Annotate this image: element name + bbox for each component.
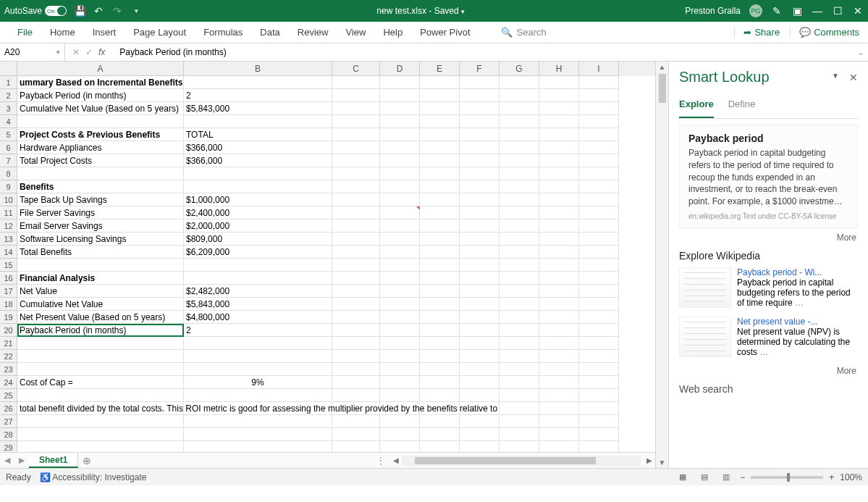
cell[interactable] <box>579 272 619 285</box>
col-header-C[interactable]: C <box>332 62 380 76</box>
cell[interactable]: $5,843,000 <box>184 298 332 311</box>
cell[interactable]: Project Costs & Previous Benefits <box>17 128 184 141</box>
cell[interactable] <box>460 415 500 428</box>
ribbon-tab-home[interactable]: Home <box>41 27 84 38</box>
tab-split-icon[interactable]: ⋮ <box>371 455 390 467</box>
cell[interactable] <box>420 219 460 233</box>
cell[interactable] <box>539 141 579 154</box>
row-header[interactable]: 24 <box>0 376 17 389</box>
cell[interactable] <box>17 337 184 350</box>
cell[interactable] <box>579 141 619 154</box>
cell[interactable] <box>380 167 420 180</box>
cell[interactable] <box>539 441 579 452</box>
row-header[interactable]: 22 <box>0 350 17 363</box>
row-header[interactable]: 8 <box>0 167 17 180</box>
cell[interactable] <box>579 246 619 259</box>
row-header[interactable]: 1 <box>0 76 17 89</box>
cell[interactable] <box>332 350 380 363</box>
cell[interactable] <box>420 89 460 102</box>
cell[interactable] <box>579 219 619 233</box>
cell[interactable] <box>420 363 460 376</box>
cell[interactable] <box>539 324 579 337</box>
chevron-down-icon[interactable]: ▾ <box>56 49 60 56</box>
cell[interactable] <box>380 128 420 141</box>
row-header[interactable]: 4 <box>0 115 17 128</box>
cell[interactable] <box>539 167 579 180</box>
save-icon[interactable]: 💾 <box>74 5 85 17</box>
cell[interactable] <box>420 298 460 311</box>
cell[interactable] <box>500 363 539 376</box>
cell[interactable] <box>539 272 579 285</box>
cell[interactable] <box>460 428 500 441</box>
row-header[interactable]: 25 <box>0 389 17 402</box>
col-header-F[interactable]: F <box>460 62 500 76</box>
cell[interactable]: Hardware Appliances <box>17 141 184 154</box>
row-header[interactable]: 17 <box>0 285 17 298</box>
spreadsheet-grid[interactable]: ABCDEFGHI 1ummary Based on Incremental B… <box>0 62 655 468</box>
ribbon-tab-power-pivot[interactable]: Power Pivot <box>411 27 479 38</box>
cell[interactable] <box>539 298 579 311</box>
cell[interactable] <box>539 180 579 193</box>
wiki-result[interactable]: Net present value -...Net present value … <box>679 317 858 357</box>
cell[interactable] <box>539 337 579 350</box>
row-header[interactable]: 20 <box>0 324 17 337</box>
cell[interactable] <box>332 102 380 115</box>
cell[interactable] <box>539 102 579 115</box>
cell[interactable] <box>460 141 500 154</box>
cell[interactable]: Cumulative Net Value <box>17 298 184 311</box>
cell[interactable] <box>380 311 420 324</box>
ribbon-tab-review[interactable]: Review <box>289 27 337 38</box>
cell[interactable]: total benefit divided by the total costs… <box>17 402 184 415</box>
cell[interactable] <box>17 115 184 128</box>
user-name[interactable]: Preston Gralla <box>685 6 741 16</box>
wiki-link[interactable]: Net present value -... <box>737 317 858 327</box>
cell[interactable] <box>380 415 420 428</box>
cell[interactable] <box>460 337 500 350</box>
autosave-toggle[interactable]: On <box>45 6 67 16</box>
row-header[interactable]: 27 <box>0 415 17 428</box>
cell[interactable] <box>460 115 500 128</box>
cell[interactable]: Financial Analysis <box>17 272 184 285</box>
cell[interactable] <box>332 89 380 102</box>
pane-close-icon[interactable]: ✕ <box>849 72 858 83</box>
cell[interactable] <box>380 206 420 219</box>
cell[interactable] <box>420 76 460 89</box>
cell[interactable] <box>500 233 539 246</box>
cell[interactable] <box>332 154 380 167</box>
cell[interactable] <box>380 298 420 311</box>
cell[interactable] <box>579 180 619 193</box>
cell[interactable] <box>460 180 500 193</box>
cell[interactable] <box>17 167 184 180</box>
cell[interactable] <box>539 376 579 389</box>
cell[interactable] <box>184 389 332 402</box>
cell[interactable]: $2,400,000 <box>184 206 332 219</box>
row-header[interactable]: 12 <box>0 219 17 233</box>
cell[interactable] <box>184 167 332 180</box>
cell[interactable] <box>380 154 420 167</box>
cell[interactable] <box>579 167 619 180</box>
cell[interactable] <box>539 350 579 363</box>
row-header[interactable]: 7 <box>0 154 17 167</box>
cell[interactable] <box>460 389 500 402</box>
enter-formula-icon[interactable]: ✓ <box>85 47 93 57</box>
cell[interactable] <box>380 180 420 193</box>
cell[interactable] <box>500 102 539 115</box>
cell[interactable] <box>539 311 579 324</box>
cell[interactable]: Total Project Costs <box>17 154 184 167</box>
more-wiki-link[interactable]: More <box>679 366 856 376</box>
cell[interactable]: $4,800,000 <box>184 311 332 324</box>
zoom-level[interactable]: 100% <box>840 472 862 482</box>
cell[interactable] <box>420 180 460 193</box>
cell[interactable] <box>460 441 500 452</box>
cell[interactable]: Payback Period (in months) <box>17 324 184 337</box>
row-header[interactable]: 28 <box>0 428 17 441</box>
cell[interactable]: ummary Based on Incremental Benefits <box>17 76 184 89</box>
cell[interactable] <box>579 402 619 415</box>
cell[interactable]: Total Benefits <box>17 246 184 259</box>
normal-view-icon[interactable]: ▦ <box>675 471 691 484</box>
cell[interactable] <box>380 76 420 89</box>
cell[interactable] <box>579 193 619 206</box>
redo-icon[interactable]: ↷ <box>111 5 123 17</box>
cell[interactable] <box>184 350 332 363</box>
cell[interactable] <box>539 259 579 272</box>
